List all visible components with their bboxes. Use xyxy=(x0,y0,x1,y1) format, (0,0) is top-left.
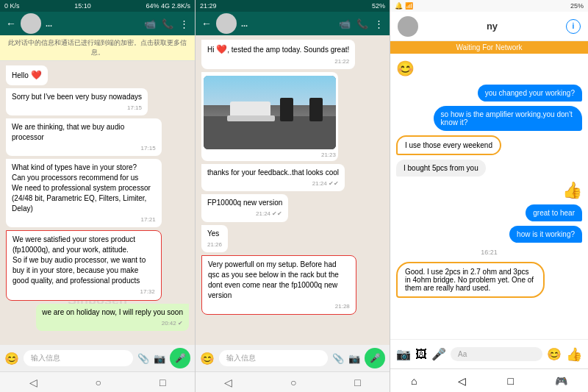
message-bubble: Hello ❤️ xyxy=(6,65,48,85)
messenger-bubble-in: I bought 5pcs from you xyxy=(396,160,486,177)
camera-icon-2[interactable]: 📷 xyxy=(348,353,360,364)
contact-emoji-avatar: 😊 xyxy=(396,60,417,80)
message-time: 21:24 ✔✔ xyxy=(207,210,282,218)
status-icons-3: 🔔 📶 xyxy=(395,2,413,10)
info-button[interactable]: i xyxy=(566,19,581,34)
message-bubble: Yes 21:26 xyxy=(201,225,228,252)
messenger-bubble-out: great to hear xyxy=(526,204,582,221)
message-time: 21:26 xyxy=(207,240,222,249)
thumbs-up-reaction: 👍 xyxy=(562,181,582,200)
chat-header-1: ← ... 📹 📞 ⋮ xyxy=(0,12,195,35)
messenger-bubble-out: you changed your working? xyxy=(478,85,582,101)
emoji-icon[interactable]: 😊 xyxy=(4,352,19,366)
message-bubble-highlighted: We were satisfied your stores product (f… xyxy=(6,230,162,300)
video-icon[interactable]: 📹 xyxy=(144,18,156,29)
attach-icon[interactable]: 📎 xyxy=(137,353,149,364)
message-bubble-highlighted: Very powerfull on my setup. Before had q… xyxy=(201,255,356,315)
message-bubble: FP10000q new version 21:24 ✔✔ xyxy=(201,194,288,221)
nav-back-icon[interactable]: ◁ xyxy=(29,377,37,388)
messenger-bubble-in-highlighted: Good. I use 2pcs in 2.7 ohm and 3pcs in … xyxy=(396,262,545,298)
nav-back-icon-2[interactable]: ◁ xyxy=(224,377,232,388)
status-bar-3: 🔔 📶 25% xyxy=(390,0,588,12)
network-status-banner: Waiting For Network xyxy=(390,41,588,54)
nav-home-icon-3[interactable]: ⌂ xyxy=(411,375,417,387)
messenger-messages: 😊 you changed your working? so how is th… xyxy=(390,54,588,339)
navigation-bar-1: ◁ ○ □ xyxy=(0,371,195,392)
nav-game-icon-3[interactable]: 🎮 xyxy=(555,375,567,387)
message-input-2[interactable]: 输入信息 xyxy=(219,350,328,366)
nav-home-icon-2[interactable]: ○ xyxy=(290,377,296,388)
more-icon-2[interactable]: ⋮ xyxy=(374,18,384,29)
status-battery-2: 52% xyxy=(372,2,385,10)
camera-icon-3[interactable]: 📷 xyxy=(396,347,411,361)
attach-icon-2[interactable]: 📎 xyxy=(332,353,344,364)
back-icon[interactable]: ← xyxy=(6,18,16,29)
video-icon-2[interactable]: 📹 xyxy=(339,18,351,29)
message-text: I bought 5pcs from you xyxy=(404,164,478,172)
message-text: Yes xyxy=(207,229,219,238)
message-input-1[interactable]: 输入信息 xyxy=(24,350,133,366)
message-bubble: we are on holiday now, I will reply you … xyxy=(36,304,189,331)
nav-home-icon[interactable]: ○ xyxy=(96,377,101,388)
message-text: Hi ❤️, tested the amp today. Sounds grea… xyxy=(207,46,349,54)
chat-header-2: ← ... 📹 📞 ⋮ xyxy=(196,12,390,35)
chat-messages-2: Sinbosen Hi ❤️, tested the amp today. So… xyxy=(196,35,390,345)
message-time: 17:15 xyxy=(12,144,156,152)
message-text: we are on holiday now, I will reply you … xyxy=(42,308,183,316)
message-time: 21:23 xyxy=(204,151,336,159)
message-text: Sorry but I've been very busy nowadays xyxy=(12,93,142,101)
emoji-icon-3[interactable]: 😊 xyxy=(547,347,562,361)
status-battery-3: 25% xyxy=(570,2,584,10)
mic-button-2[interactable]: 🎤 xyxy=(365,348,385,368)
contact-name: ... xyxy=(46,19,140,28)
message-bubble: We are thinking, that we buy audio proce… xyxy=(6,118,162,156)
thumbs-up-send[interactable]: 👍 xyxy=(566,346,582,363)
message-text: great to hear xyxy=(533,209,575,217)
mic-icon-3[interactable]: 🎤 xyxy=(431,347,446,361)
message-text: What kind of types have in your store?Ca… xyxy=(12,163,151,213)
message-text: We were satisfied your stores product (f… xyxy=(12,235,146,285)
message-text: so how is the amplifier working,you don'… xyxy=(441,110,573,126)
phone-icon-2[interactable]: 📞 xyxy=(356,18,368,29)
messenger-avatar xyxy=(398,16,418,37)
message-time: 20:42 ✔ xyxy=(42,319,183,327)
status-right: 64% 4G 2.8K/s xyxy=(146,2,190,10)
more-icon[interactable]: ⋮ xyxy=(179,18,189,29)
nav-recent-icon-2[interactable]: □ xyxy=(354,377,360,388)
nav-recent-icon[interactable]: □ xyxy=(159,377,165,388)
message-bubble: thanks for your feedback..that looks coo… xyxy=(201,164,345,191)
messenger-bubble-in-highlighted: I use those every weekend xyxy=(396,135,501,155)
status-time: 15:10 xyxy=(74,2,91,10)
contact-name-2: ... xyxy=(241,19,334,28)
message-text: you changed your working? xyxy=(485,89,575,97)
avatar xyxy=(21,13,41,34)
panel-whatsapp-left: 0 K/s 15:10 64% 4G 2.8K/s ← ... 📹 📞 ⋮ 此对… xyxy=(0,0,195,392)
message-time: 21:22 xyxy=(207,57,349,65)
avatar-2 xyxy=(216,13,237,34)
emoji-icon-2[interactable]: 😊 xyxy=(200,352,215,366)
message-text: Good. I use 2pcs in 2.7 ohm and 3pcs in … xyxy=(405,268,534,292)
header-icons-2: 📹 📞 ⋮ xyxy=(339,18,384,29)
phone-icon[interactable]: 📞 xyxy=(162,18,173,29)
message-input-bar-2: 😊 输入信息 📎 📷 🎤 xyxy=(196,345,390,371)
chat-messages-1: Sinbosen Hello ❤️ Sorry but I've been ve… xyxy=(0,61,195,345)
encryption-banner: 此对话中的信息和通话已进行端到端的加密。点击获取更多信息。 xyxy=(0,35,195,61)
mic-button[interactable]: 🎤 xyxy=(170,348,190,368)
nav-back-icon-3[interactable]: ◁ xyxy=(458,375,466,387)
camera-icon[interactable]: 📷 xyxy=(154,353,165,364)
input-placeholder: 输入信息 xyxy=(31,354,60,362)
status-bar-1: 0 K/s 15:10 64% 4G 2.8K/s xyxy=(0,0,195,12)
message-time: 21:28 xyxy=(208,302,350,310)
nav-recent-icon-3[interactable]: □ xyxy=(508,375,514,387)
gallery-icon[interactable]: 🖼 xyxy=(415,348,427,361)
message-text: We are thinking, that we buy audio proce… xyxy=(12,123,124,141)
message-text: how is it working? xyxy=(517,230,575,238)
messenger-bubble-out: so how is the amplifier working,you don'… xyxy=(434,106,582,131)
back-icon-2[interactable]: ← xyxy=(201,18,212,29)
messenger-text-input[interactable]: Aa xyxy=(451,347,542,361)
messenger-bubble-out: how is it working? xyxy=(509,226,582,243)
chat-timestamp: 16:21 xyxy=(396,249,582,256)
panel-whatsapp-middle: 21:29 52% ← ... 📹 📞 ⋮ Sinbosen Hi ❤️, te… xyxy=(195,0,390,392)
messenger-input-placeholder: Aa xyxy=(458,350,467,358)
panel-messenger: 🔔 📶 25% ny i Waiting For Network 😊 you c… xyxy=(390,0,588,392)
